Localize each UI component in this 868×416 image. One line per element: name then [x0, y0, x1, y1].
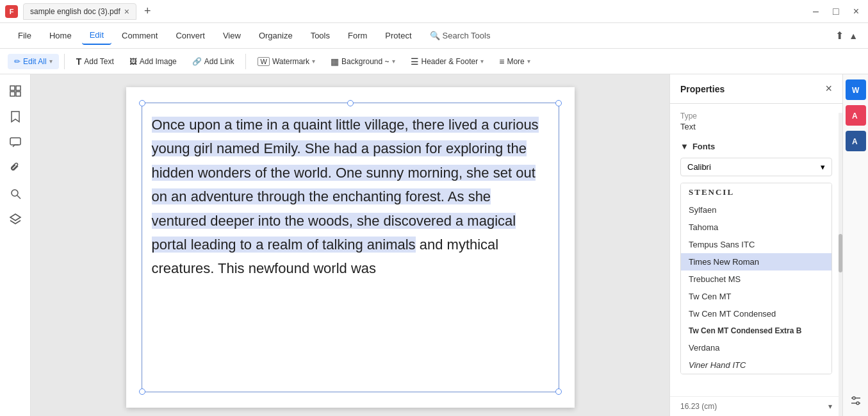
- svg-rect-4: [10, 138, 20, 145]
- menu-search-tools[interactable]: 🔍 Search Tools: [422, 27, 498, 44]
- fonts-section: ▼ Fonts Calibri ▾ STENCIL Sylfaen Tahoma…: [680, 142, 832, 374]
- svg-point-16: [853, 397, 855, 399]
- current-font-label: Calibri: [687, 162, 711, 172]
- background-button[interactable]: ▦ Background ~ ▾: [324, 53, 401, 70]
- sidebar-item-search[interactable]: [4, 182, 27, 205]
- menu-convert[interactable]: Convert: [168, 27, 213, 44]
- dimension-arrow: ▾: [828, 402, 832, 411]
- font-item-tw-cen-mt[interactable]: Tw Cen MT: [681, 288, 831, 305]
- sidebar-item-attachments[interactable]: [4, 156, 27, 179]
- menu-tools[interactable]: Tools: [303, 27, 338, 44]
- maximize-button[interactable]: □: [829, 6, 843, 17]
- font-item-tempus-sans[interactable]: Tempus Sans ITC: [681, 236, 831, 253]
- font-item-times-new-roman[interactable]: Times New Roman: [681, 253, 831, 270]
- edit-all-arrow: ▾: [49, 58, 53, 65]
- background-icon: ▦: [331, 56, 339, 67]
- sidebar-item-bookmarks[interactable]: [4, 105, 27, 128]
- svg-point-17: [856, 402, 859, 404]
- separator-2: [245, 54, 246, 69]
- svg-rect-3: [16, 92, 20, 96]
- main-layout: Once upon a time in a quaint little vill…: [0, 74, 868, 416]
- header-footer-arrow: ▾: [480, 58, 484, 65]
- menu-organize[interactable]: Organize: [251, 27, 300, 44]
- highlighted-text: Once upon a time in a quaint little vill…: [152, 117, 539, 253]
- text-icon: T: [76, 56, 82, 67]
- resize-handle-tr[interactable]: [555, 100, 562, 106]
- svg-text:W: W: [852, 86, 860, 95]
- more-icon: ≡: [499, 56, 504, 67]
- font-item-tw-cen-condensed[interactable]: Tw Cen MT Condensed: [681, 305, 831, 322]
- menu-edit[interactable]: Edit: [82, 26, 111, 45]
- fonts-section-header[interactable]: ▼ Fonts: [680, 142, 832, 151]
- fonts-label: Fonts: [692, 142, 715, 151]
- font-dropdown[interactable]: Calibri ▾: [680, 158, 832, 176]
- new-tab-button[interactable]: +: [142, 4, 154, 18]
- font-item-sylfaen[interactable]: Sylfaen: [681, 201, 831, 219]
- close-window-button[interactable]: ×: [849, 6, 863, 17]
- scrollbar-thumb[interactable]: [839, 234, 842, 272]
- resize-handle-br[interactable]: [555, 388, 562, 395]
- svg-rect-1: [16, 86, 20, 90]
- tab-item[interactable]: sample english doc (3).pdf ×: [23, 3, 136, 20]
- title-bar: F sample english doc (3).pdf × + – □ ×: [0, 0, 868, 23]
- background-arrow: ▾: [392, 58, 395, 65]
- sidebar-item-layers[interactable]: [4, 208, 27, 231]
- header-footer-icon: ☰: [411, 56, 419, 67]
- resize-handle-top[interactable]: [347, 100, 354, 106]
- resize-handle-bl[interactable]: [139, 388, 145, 395]
- font-item-trebuchet[interactable]: Trebuchet MS: [681, 270, 831, 288]
- menu-comment[interactable]: Comment: [114, 27, 165, 44]
- font-item-stencil[interactable]: STENCIL: [681, 183, 831, 201]
- word-icon-button[interactable]: W: [846, 79, 866, 100]
- svg-rect-2: [10, 92, 15, 96]
- add-link-button[interactable]: 🔗 Add Link: [186, 54, 241, 69]
- menu-protect[interactable]: Protect: [377, 27, 419, 44]
- minimize-button[interactable]: –: [809, 6, 823, 17]
- watermark-button[interactable]: W Watermark ▾: [251, 54, 322, 69]
- svg-rect-0: [10, 86, 15, 90]
- dimension-value: 16.23 (cm): [680, 402, 717, 411]
- upload-icon[interactable]: ⬆: [835, 29, 844, 42]
- canvas-area[interactable]: Once upon a time in a quaint little vill…: [31, 74, 669, 416]
- panel-content: Type Text ▼ Fonts Calibri ▾ STENCIL Sylf…: [670, 104, 842, 396]
- panel-close-button[interactable]: ×: [825, 82, 832, 96]
- font-item-verdana[interactable]: Verdana: [681, 339, 831, 356]
- resize-handle-tl[interactable]: [139, 100, 145, 106]
- separator-1: [64, 54, 65, 69]
- header-footer-button[interactable]: ☰ Header & Footer ▾: [404, 53, 491, 70]
- panel-header: Properties ×: [670, 74, 842, 104]
- more-arrow: ▾: [527, 58, 530, 65]
- add-text-button[interactable]: T Add Text: [70, 53, 120, 70]
- menu-right: ⬆ ▲: [835, 29, 858, 42]
- sidebar-item-thumbnails[interactable]: [4, 79, 27, 103]
- more-button[interactable]: ≡ More ▾: [493, 53, 537, 70]
- ms-icon-button[interactable]: A: [846, 131, 866, 151]
- font-list: STENCIL Sylfaen Tahoma Tempus Sans ITC T…: [680, 183, 832, 374]
- edit-all-button[interactable]: ✏ Edit All ▾: [8, 54, 59, 69]
- chevron-up-icon[interactable]: ▲: [849, 31, 858, 41]
- font-dropdown-arrow: ▾: [821, 162, 825, 172]
- ai-assist-icon-button[interactable]: A: [846, 105, 866, 126]
- svg-marker-7: [10, 214, 20, 220]
- watermark-arrow: ▾: [312, 58, 315, 65]
- font-item-tahoma[interactable]: Tahoma: [681, 219, 831, 236]
- sidebar-item-comments[interactable]: [4, 131, 27, 154]
- panel-dimension: 16.23 (cm) ▾: [670, 396, 842, 416]
- title-bar-left: F sample english doc (3).pdf × +: [5, 3, 153, 20]
- edit-icon: ✏: [14, 57, 20, 66]
- tab-close[interactable]: ×: [124, 6, 129, 17]
- watermark-icon: W: [258, 57, 269, 66]
- adjustments-icon-button[interactable]: [846, 390, 866, 411]
- font-item-tw-cen-extra-b[interactable]: Tw Cen MT Condensed Extra B: [681, 322, 831, 339]
- tab-label: sample english doc (3).pdf: [30, 7, 120, 16]
- add-image-button[interactable]: 🖼 Add Image: [123, 54, 183, 69]
- menu-form[interactable]: Form: [340, 27, 375, 44]
- type-value: Text: [680, 122, 832, 131]
- menu-file[interactable]: File: [10, 27, 39, 44]
- menu-home[interactable]: Home: [42, 27, 79, 44]
- font-item-viner-hand[interactable]: Viner Hand ITC: [681, 356, 831, 374]
- menu-view[interactable]: View: [215, 27, 249, 44]
- link-icon: 🔗: [192, 57, 202, 66]
- svg-text:A: A: [852, 112, 858, 121]
- scrollbar-track[interactable]: [839, 113, 842, 416]
